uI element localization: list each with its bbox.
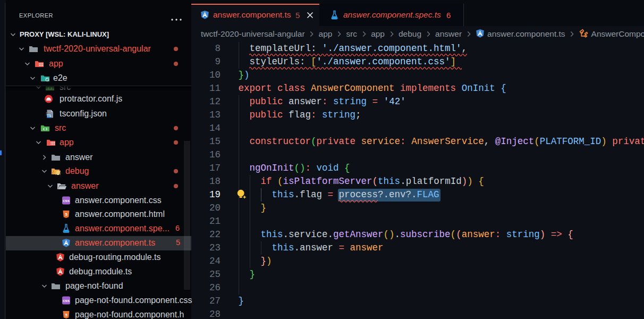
svg-text:5: 5 bbox=[65, 212, 67, 216]
svg-text:TS: TS bbox=[47, 114, 51, 117]
svg-text:5: 5 bbox=[65, 312, 67, 317]
svg-text:CSS: CSS bbox=[63, 299, 70, 303]
svg-text:CSS: CSS bbox=[63, 199, 70, 203]
